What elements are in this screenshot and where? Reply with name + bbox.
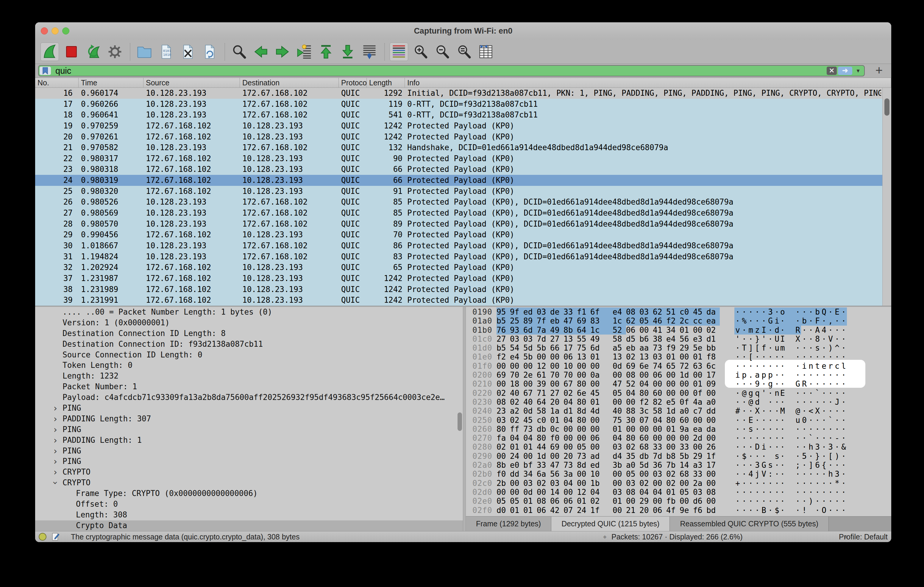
display-filter-input[interactable]: quic ✕ ➜ ▼ [38,65,865,76]
resize-columns-icon[interactable] [477,43,495,61]
detail-line-7[interactable]: Packet Number: 1 [35,381,463,392]
hex-row-0280[interactable]: 028002010144690005000302683300330026···D… [466,442,891,451]
detail-line-3[interactable]: Destination Connection ID: f93d2138a087c… [35,339,463,350]
column-header-destination[interactable]: Destination [240,78,339,88]
hex-row-0210[interactable]: 021000180039006780004752040000000109···9… [466,380,891,388]
zoom-out-icon[interactable] [433,43,452,61]
byte-tab-1[interactable]: Decrypted QUIC (1215 bytes) [551,516,670,531]
restart-capture-icon[interactable] [84,43,102,61]
go-to-packet-icon[interactable] [295,43,314,61]
tree-collapsed-icon[interactable]: › [51,467,60,478]
column-header-info[interactable]: Info [405,78,891,88]
packet-row-20[interactable]: 200.970261172.67.168.10210.128.23.193QUI… [35,132,891,143]
detail-line-10[interactable]: ›PADDING Length: 307 [35,414,463,424]
column-header-length[interactable]: Length [367,78,405,88]
reload-file-icon[interactable] [200,43,219,61]
expert-info-icon[interactable] [39,533,46,541]
tree-collapsed-icon[interactable]: › [51,435,60,446]
packet-row-26[interactable]: 260.98052610.128.23.193172.67.168.102QUI… [35,197,891,207]
hex-row-0240[interactable]: 024023a20d581ad18d4d40883c581da0c7dd#··X… [466,406,891,415]
vertical-splitter[interactable] [463,307,466,531]
packet-row-21[interactable]: 210.97058210.128.23.193172.67.168.102QUI… [35,142,891,153]
tree-expanded-icon[interactable]: › [50,478,61,488]
detail-line-9[interactable]: ›PING [35,403,463,414]
packet-row-16[interactable]: 160.96017410.128.23.193172.67.168.102QUI… [35,88,891,99]
hex-row-0230[interactable]: 023008024064200480010000f282e50f4aa0··@d… [466,398,891,406]
go-forward-icon[interactable] [273,43,292,61]
column-header-protocol[interactable]: Protocol [339,78,367,88]
detail-line-4[interactable]: Source Connection ID Length: 0 [35,350,463,360]
tree-collapsed-icon[interactable]: › [51,446,60,457]
zoom-reset-icon[interactable] [455,43,473,61]
hex-row-01d0[interactable]: 01d0b5545d5b6617756da5ebaa73f9295ebb·T][… [466,344,891,352]
filter-dropdown-caret-icon[interactable]: ▼ [856,67,861,75]
hex-row-0270[interactable]: 0270fa040480f00000060480600000002d00····… [466,434,891,442]
filter-bookmark-icon[interactable] [40,67,51,75]
detail-line-2[interactable]: Destination Connection ID Length: 8 [35,328,463,339]
byte-tab-2[interactable]: Reassembled QUIC CRYPTO (555 bytes) [670,516,829,531]
details-scrollbar-thumb[interactable] [457,413,462,431]
packet-row-39[interactable]: 391.231991172.67.168.10210.128.23.193QUI… [35,295,891,306]
detail-line-11[interactable]: ›PING [35,424,463,435]
tree-collapsed-icon[interactable]: › [51,424,60,435]
hex-row-02e0[interactable]: 02e0050501080606010201002900fb00d600····… [466,497,891,505]
auto-scroll-icon[interactable] [360,43,379,61]
save-file-icon[interactable]: 01011010 [157,43,175,61]
hex-row-02d0[interactable]: 02d000000d00140012040308040401050308····… [466,488,891,497]
packet-row-30[interactable]: 301.01866710.128.23.193172.67.168.102QUI… [35,240,891,251]
packet-list-scrollbar[interactable] [882,88,891,306]
hex-row-01f0[interactable]: 01f000000012001000000d696e746572636c····… [466,362,891,370]
colorize-packets-icon[interactable] [389,43,408,61]
add-filter-button[interactable]: + [872,64,886,78]
tree-collapsed-icon[interactable]: › [51,456,60,467]
column-header-time[interactable]: Time [79,78,144,88]
hex-row-01c0[interactable]: 01c02703037d2713554958d5b638e456e3d1'··}… [466,335,891,344]
filter-apply-icon[interactable]: ➜ [838,67,852,75]
packet-row-28[interactable]: 280.98057010.128.23.193172.67.168.102QUI… [35,219,891,230]
zoom-in-icon[interactable] [411,43,430,61]
detail-line-19[interactable]: Length: 308 [35,510,463,520]
packet-row-19[interactable]: 190.970259172.67.168.10210.128.23.193QUI… [35,120,891,132]
byte-tab-0[interactable]: Frame (1292 bytes) [466,516,551,531]
column-header-no[interactable]: No. [35,78,79,88]
detail-line-12[interactable]: ›PADDING Length: 1 [35,435,463,446]
detail-line-18[interactable]: Offset: 0 [35,499,463,510]
detail-line-20[interactable]: Crypto Data [35,520,463,531]
hex-row-01a0[interactable]: 01a0b525897feb4769831c620546f22cccea·%··… [466,316,891,325]
packet-row-32[interactable]: 321.202924172.67.168.10210.128.23.193QUI… [35,262,891,273]
hex-row-02b0[interactable]: 02b0f0dd346a563a00100005000302683300··4j… [466,470,891,478]
hex-row-02a0[interactable]: 02a08be0bf3347738ded3ba05d367b14a317···3… [466,460,891,470]
packet-row-18[interactable]: 180.96064110.128.23.193172.67.168.102QUI… [35,109,891,120]
go-back-icon[interactable] [252,43,270,61]
tree-collapsed-icon[interactable]: › [51,414,60,424]
detail-line-13[interactable]: ›PING [35,446,463,457]
detail-line-0[interactable]: .... ..00 = Packet Number Length: 1 byte… [35,307,463,317]
filter-clear-icon[interactable]: ✕ [827,67,837,75]
packet-row-23[interactable]: 230.980318172.67.168.10210.128.23.193QUI… [35,164,891,175]
detail-line-1[interactable]: Version: 1 (0x00000001) [35,317,463,328]
go-last-icon[interactable] [338,43,357,61]
column-header-source[interactable]: Source [144,78,240,88]
packet-row-25[interactable]: 250.980320172.67.168.10210.128.23.193QUI… [35,186,891,197]
detail-line-16[interactable]: ›CRYPTO [35,478,463,488]
packet-row-22[interactable]: 220.980317172.67.168.10210.128.23.193QUI… [35,153,891,164]
hex-row-0290[interactable]: 02900024001d002073add435db7db85b291f·$··… [466,452,891,460]
packet-row-37[interactable]: 371.231987172.67.168.10210.128.23.193QUI… [35,273,891,284]
profile-text[interactable]: Profile: Default [839,531,888,542]
packet-list-scrollbar-thumb[interactable] [884,99,889,116]
close-file-icon[interactable] [178,43,197,61]
detail-line-14[interactable]: ›PING [35,456,463,467]
packet-row-29[interactable]: 290.990456172.67.168.10210.128.23.193QUI… [35,229,891,240]
hex-row-01e0[interactable]: 01e0f2e45b000006130113021303010001f8··[·… [466,352,891,361]
packet-row-17[interactable]: 170.96026610.128.23.193172.67.168.102QUI… [35,99,891,110]
packet-row-38[interactable]: 381.231989172.67.168.10210.128.23.193QUI… [35,284,891,295]
packet-row-24[interactable]: 240.980319172.67.168.10210.128.23.193QUI… [35,175,891,186]
tree-collapsed-icon[interactable]: › [51,403,60,414]
open-file-icon[interactable] [135,43,153,61]
detail-line-8[interactable]: Payload: c4afcdcb71c93309fa13a2b8da75600… [35,392,463,403]
hex-row-02f0[interactable]: 02f0d00101064207241f002120064f9ef6bd····… [466,506,891,515]
stop-capture-icon[interactable] [62,43,81,61]
detail-line-5[interactable]: Token Length: 0 [35,360,463,371]
packet-row-31[interactable]: 311.19482410.128.23.193172.67.168.102QUI… [35,251,891,262]
detail-line-6[interactable]: Length: 1232 [35,371,463,381]
